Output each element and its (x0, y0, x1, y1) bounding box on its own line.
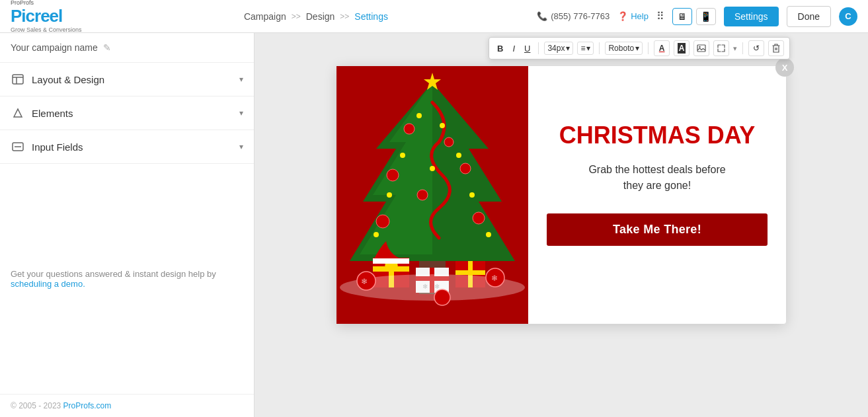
device-toggle: 🖥 📱 (672, 8, 716, 25)
settings-button[interactable]: Settings (724, 7, 779, 26)
help-icon: ❓ (617, 11, 628, 21)
svg-point-19 (400, 153, 405, 158)
layout-design-chevron: ▾ (239, 75, 243, 84)
font-family-select[interactable]: Roboto ▾ (605, 42, 643, 55)
svg-point-18 (440, 123, 445, 128)
svg-text:❄: ❄ (361, 277, 368, 286)
svg-rect-46 (697, 45, 705, 52)
svg-point-47 (699, 46, 700, 48)
popup-desc-line1: Grab the hottest deals before (588, 164, 725, 175)
popup-close-button[interactable]: X (775, 58, 794, 77)
elements-label: Elements (32, 108, 73, 119)
proprofs-link[interactable]: ProProfs.com (63, 401, 112, 410)
user-avatar[interactable]: C (839, 7, 857, 26)
popup-image-panel: ❄ ❄ (336, 66, 528, 324)
layout-design-icon (11, 72, 25, 87)
input-fields-icon (11, 139, 25, 154)
footer-text: © 2005 - 2023 (11, 401, 63, 410)
logo-proprofs: ProProfs (11, 0, 82, 6)
toolbar-divider-4 (742, 42, 743, 54)
top-bar-left: ProProfs Picreel Grow Sales & Conversion… (11, 0, 95, 33)
text-toolbar: B I U 34px ▾ ≡ ▾ Roboto ▾ (489, 37, 790, 59)
insert-image-button[interactable] (693, 40, 709, 56)
svg-point-16 (417, 190, 428, 200)
svg-rect-0 (13, 75, 23, 84)
christmas-tree-background: ❄ ❄ (336, 66, 528, 324)
layout-design-header[interactable]: Layout & Design ▾ (0, 63, 254, 96)
font-size-select[interactable]: 34px ▾ (544, 42, 573, 55)
svg-point-21 (387, 192, 392, 198)
svg-point-43 (434, 289, 450, 305)
bold-button[interactable]: B (494, 42, 506, 55)
elements-section: Elements ▾ (0, 96, 254, 130)
layout-design-section: Layout & Design ▾ (0, 63, 254, 96)
toolbar-divider-2 (599, 42, 600, 54)
logo: ProProfs Picreel Grow Sales & Conversion… (11, 0, 82, 33)
resize-button[interactable] (713, 40, 729, 56)
svg-point-20 (456, 153, 461, 158)
svg-point-12 (387, 169, 399, 181)
input-fields-label-group: Input Fields (11, 139, 83, 154)
campaign-name-row: Your campaign name ✎ (0, 33, 254, 63)
svg-point-25 (430, 166, 435, 171)
text-color-button[interactable]: A (654, 40, 670, 56)
nav-campaign[interactable]: Campaign (244, 11, 286, 22)
layout-design-label: Layout & Design (32, 74, 104, 85)
done-button[interactable]: Done (787, 6, 831, 27)
toolbar-divider-3 (648, 42, 649, 54)
nav-sep-2: >> (340, 12, 349, 21)
phone-number: (855) 776-7763 (551, 11, 610, 21)
elements-label-group: Elements (11, 106, 73, 120)
top-bar-right: 📞 (855) 776-7763 ❓ Help ⠿ 🖥 📱 Settings D… (537, 6, 857, 27)
delete-button[interactable] (768, 40, 784, 56)
svg-point-17 (416, 113, 422, 118)
background-color-button[interactable]: A (674, 40, 690, 56)
logo-picreel: Picreel (11, 6, 82, 26)
nav-settings[interactable]: Settings (354, 11, 388, 22)
elements-chevron: ▾ (239, 108, 243, 118)
input-fields-section: Input Fields ▾ (0, 130, 254, 164)
main-layout: Your campaign name ✎ Layout & Design ▾ (0, 33, 868, 417)
sidebar-footer: © 2005 - 2023 ProProfs.com (0, 394, 254, 417)
sidebar: Your campaign name ✎ Layout & Design ▾ (0, 33, 255, 417)
elements-header[interactable]: Elements ▾ (0, 96, 254, 130)
canvas-area: X (255, 33, 868, 417)
campaign-name-text: Your campaign name (11, 42, 98, 53)
popup-content-panel: B I U 34px ▾ ≡ ▾ Roboto ▾ (528, 66, 786, 324)
svg-rect-40 (373, 258, 409, 264)
desktop-view-btn[interactable]: 🖥 (672, 8, 692, 25)
nav-design[interactable]: Design (306, 11, 335, 22)
svg-point-24 (486, 232, 491, 237)
input-fields-chevron: ▾ (239, 142, 243, 151)
top-bar: ProProfs Picreel Grow Sales & Conversion… (0, 0, 868, 33)
logo-tagline: Grow Sales & Conversions (11, 26, 82, 33)
layout-design-label-group: Layout & Design (11, 72, 104, 87)
scheduling-demo-link[interactable]: scheduling a demo. (11, 279, 85, 289)
edit-campaign-name-icon[interactable]: ✎ (103, 42, 111, 53)
svg-point-23 (374, 232, 379, 237)
popup-cta-button[interactable]: Take Me There! (547, 213, 768, 246)
undo-button[interactable]: ↺ (748, 40, 764, 56)
help-link[interactable]: ❓ Help (617, 11, 649, 21)
italic-button[interactable]: I (510, 42, 518, 55)
svg-point-15 (473, 212, 485, 224)
grid-icon[interactable]: ⠿ (656, 10, 664, 22)
toolbar-divider-1 (538, 42, 539, 54)
elements-icon (11, 106, 25, 120)
popup-desc-line2: they are gone! (623, 180, 691, 191)
popup-title[interactable]: CHRISTMAS DAY (559, 122, 756, 149)
help-label: Help (631, 11, 649, 21)
popup-card: X (336, 66, 786, 324)
svg-point-14 (376, 215, 389, 228)
sidebar-help-text: Get your questions answered & instant de… (11, 269, 216, 279)
svg-point-22 (469, 192, 475, 198)
phone-link[interactable]: 📞 (855) 776-7763 (537, 11, 610, 21)
nav-sep-1: >> (292, 12, 301, 21)
phone-icon: 📞 (537, 11, 547, 21)
svg-point-11 (444, 137, 454, 147)
toolbar-expand-chevron[interactable]: ▾ (733, 44, 737, 53)
input-fields-header[interactable]: Input Fields ▾ (0, 130, 254, 163)
mobile-view-btn[interactable]: 📱 (696, 8, 716, 25)
underline-button[interactable]: U (522, 42, 533, 55)
align-select[interactable]: ≡ ▾ (577, 42, 594, 55)
